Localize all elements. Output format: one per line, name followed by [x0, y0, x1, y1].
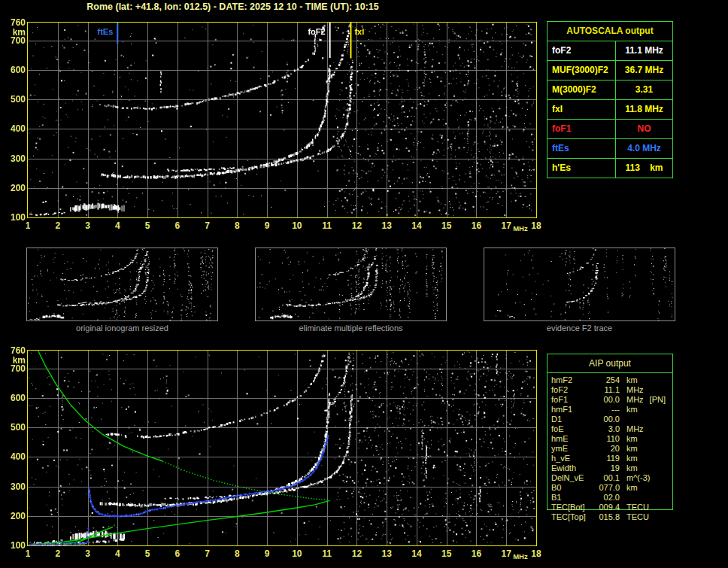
param-label: hmE [548, 434, 595, 444]
aip-row: B0077.0km [548, 483, 672, 493]
y-tick-label: 700 [2, 36, 26, 45]
page-title: Rome (lat: +41.8, lon: 012.5) - DATE: 20… [28, 2, 438, 12]
aip-row: TEC[Top]015.8TECU [548, 512, 672, 522]
x-tick-label: 9 [259, 221, 275, 230]
x-tick-label: 17 [498, 549, 514, 558]
x-tick-label: 16 [468, 221, 484, 230]
param-value: 254 [595, 375, 620, 385]
x-tick-label: 14 [408, 549, 425, 558]
param-label: MUF(3000)F2 [548, 61, 616, 80]
y-tick-label: 200 [2, 184, 26, 193]
x-tick-label: 6 [169, 221, 186, 230]
param-unit: TECU [626, 512, 649, 522]
aip-row: h_vE119km [548, 454, 672, 463]
x-tick-label: 3 [80, 221, 96, 230]
x-axis-unit-label: MHz [513, 225, 528, 232]
ionogram-analysis-screen: Rome (lat: +41.8, lon: 012.5) - DATE: 20… [0, 0, 728, 568]
param-value: 00.0 [595, 395, 620, 405]
param-value: 11.1 [595, 385, 620, 395]
x-tick-label: 12 [348, 221, 365, 230]
param-value: 19 [595, 463, 620, 473]
y-tick-label: 600 [2, 65, 26, 74]
x-tick-label: 10 [289, 549, 305, 558]
aip-row: B102.0 [548, 493, 672, 503]
thumbnail-caption: original ionogram resized [26, 323, 218, 333]
param-value: 077.0 [595, 483, 620, 493]
param-value: 36.7 MHz [616, 61, 672, 80]
autoscala-table-header: AUTOSCALA output [548, 22, 672, 41]
param-value: 11.1 MHz [616, 41, 672, 60]
aip-row: foF100.0MHz[PN] [548, 395, 672, 405]
x-tick-label: 15 [438, 221, 455, 230]
param-value: 02.0 [595, 493, 620, 503]
ftEs-marker-label: ftEs [87, 28, 113, 36]
param-label: TEC[Top] [548, 512, 595, 522]
aip-row: TEC[Bot]009.4TECU [548, 503, 672, 512]
param-unit: MHz [626, 395, 644, 405]
x-tick-label: 17 [498, 221, 514, 230]
x-tick-label: 7 [199, 549, 216, 558]
x-tick-label: 18 [528, 221, 544, 230]
x-tick-label: 1 [20, 221, 36, 230]
param-value: NO [616, 120, 672, 138]
param-label: ftEs [548, 139, 616, 158]
x-tick-label: 7 [199, 221, 216, 230]
param-label: h'Es [548, 159, 616, 178]
param-value: 4.0 MHz [616, 139, 672, 158]
x-tick-label: 8 [229, 549, 245, 558]
thumbnail-original-ionogram [26, 248, 218, 321]
param-label: ymE [548, 444, 595, 454]
param-unit: km [626, 375, 638, 385]
param-unit: km [626, 434, 638, 444]
thumbnail-eliminate-reflections [255, 248, 447, 321]
x-tick-label: 13 [378, 549, 395, 558]
table-row: foF1 NO [548, 120, 672, 139]
y-tick-label: 500 [2, 95, 26, 104]
aip-row: hmE110km [548, 434, 672, 444]
aip-row: Ewidth19km [548, 463, 672, 473]
x-tick-label: 2 [50, 549, 66, 558]
param-value: 11.8 MHz [616, 100, 672, 119]
x-tick-label: 15 [438, 549, 455, 558]
param-label: TEC[Bot] [548, 503, 595, 512]
x-tick-label: 5 [139, 549, 156, 558]
param-unit: km [626, 483, 638, 493]
y-tick-label: 200 [2, 512, 26, 521]
param-label: hmF2 [548, 375, 595, 385]
x-tick-label: 12 [348, 549, 365, 558]
param-unit: TECU [626, 503, 649, 512]
param-label: foE [548, 424, 595, 434]
param-label: B1 [548, 493, 595, 503]
x-tick-label: 3 [80, 549, 96, 558]
param-unit: m^(-3) [626, 473, 650, 483]
param-value: 00.0 [595, 415, 620, 424]
x-tick-label: 16 [468, 549, 484, 558]
y-tick-label: 760 [2, 18, 26, 27]
param-label: B0 [548, 483, 595, 493]
param-unit: MHz [626, 424, 644, 434]
aip-row: foE3.0MHz [548, 424, 672, 434]
table-row: foF2 11.1 MHz [548, 41, 672, 61]
x-tick-label: 6 [169, 549, 186, 558]
aip-row: DelN_vE00.1m^(-3) [548, 473, 672, 483]
x-axis-unit-label: MHz [513, 553, 528, 560]
top-ionogram-plot [27, 22, 537, 218]
y-tick-label: 400 [2, 124, 26, 133]
param-label: foF2 [548, 41, 616, 60]
param-value: 110 [595, 434, 620, 444]
table-row: ftEs 4.0 MHz [548, 139, 672, 159]
param-label: foF1 [548, 120, 616, 138]
param-unit: km [626, 454, 638, 463]
aip-row: hmF2254km [548, 375, 672, 385]
table-row: fxI 11.8 MHz [548, 100, 672, 120]
y-tick-label: 600 [2, 393, 26, 402]
param-label: fxI [548, 100, 616, 119]
x-tick-label: 8 [229, 221, 245, 230]
param-unit: km [626, 444, 638, 454]
x-tick-label: 9 [259, 549, 275, 558]
x-tick-label: 4 [109, 549, 126, 558]
param-label: foF2 [548, 385, 595, 395]
x-tick-label: 11 [319, 221, 335, 230]
aip-row: hmF1---km [548, 405, 672, 415]
bottom-ionogram-plot [27, 350, 537, 546]
